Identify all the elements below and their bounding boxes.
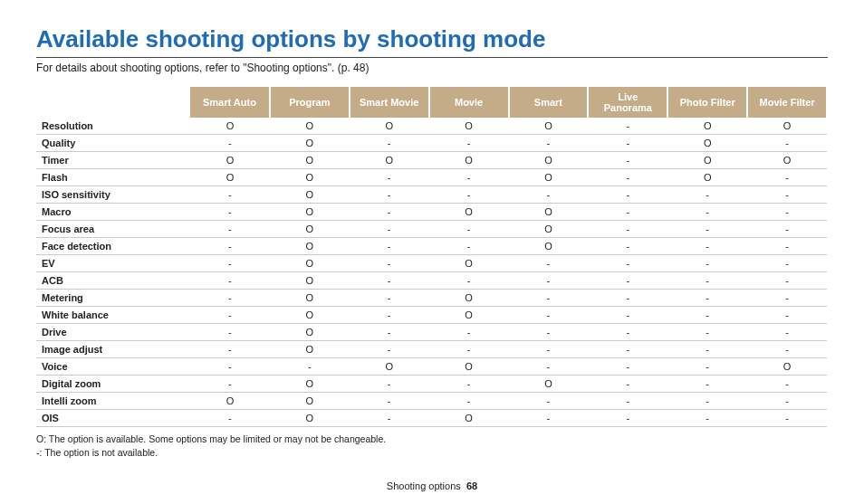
cell: - xyxy=(429,238,509,255)
cell: - xyxy=(190,221,270,238)
cell: - xyxy=(350,376,429,393)
row-label: Image adjust xyxy=(36,341,190,358)
cell: O xyxy=(190,169,270,186)
cell: O xyxy=(350,358,429,376)
cell: - xyxy=(747,290,827,307)
cell: O xyxy=(350,152,429,169)
row-label: ISO sensitivity xyxy=(36,186,190,204)
cell: - xyxy=(588,135,667,152)
cell: - xyxy=(588,221,667,238)
cell: O xyxy=(429,290,509,307)
cell: O xyxy=(270,152,350,169)
cell: - xyxy=(747,238,827,255)
cell: O xyxy=(509,152,589,169)
cell: - xyxy=(667,272,747,290)
cell: O xyxy=(747,118,827,135)
cell: - xyxy=(667,290,747,307)
options-table: Smart Auto Program Smart Movie Movie Sma… xyxy=(36,87,828,427)
cell: - xyxy=(667,307,747,324)
cell: - xyxy=(588,152,667,169)
cell: - xyxy=(509,324,589,341)
cell: - xyxy=(190,135,270,152)
cell: - xyxy=(350,186,429,204)
cell: O xyxy=(270,169,350,186)
cell: - xyxy=(350,238,429,255)
cell: - xyxy=(350,221,429,238)
cell: - xyxy=(190,410,270,427)
row-label: White balance xyxy=(36,307,190,324)
table-row: Drive-O------ xyxy=(36,324,827,341)
cell: O xyxy=(509,118,589,135)
cell: - xyxy=(747,255,827,272)
cell: - xyxy=(190,290,270,307)
header-col: Movie xyxy=(429,87,509,118)
cell: - xyxy=(190,238,270,255)
cell: O xyxy=(270,186,350,204)
table-row: Digital zoom-O--O--- xyxy=(36,376,827,393)
cell: - xyxy=(429,341,509,358)
cell: - xyxy=(190,272,270,290)
cell: O xyxy=(270,290,350,307)
cell: - xyxy=(429,169,509,186)
cell: - xyxy=(509,358,589,376)
table-row: ACB-O------ xyxy=(36,272,827,290)
cell: O xyxy=(429,255,509,272)
cell: O xyxy=(429,152,509,169)
row-label: ACB xyxy=(36,272,190,290)
cell: - xyxy=(350,290,429,307)
cell: - xyxy=(350,255,429,272)
legend: O: The option is available. Some options… xyxy=(36,433,828,460)
cell: O xyxy=(270,221,350,238)
cell: - xyxy=(588,358,667,376)
header-col: Movie Filter xyxy=(747,87,827,118)
cell: - xyxy=(667,324,747,341)
header-col: Smart Movie xyxy=(350,87,429,118)
cell: - xyxy=(667,410,747,427)
row-label: Quality xyxy=(36,135,190,152)
cell: - xyxy=(350,169,429,186)
subtitle: For details about shooting options, refe… xyxy=(36,62,828,74)
cell: O xyxy=(270,376,350,393)
row-label: Timer xyxy=(36,152,190,169)
cell: O xyxy=(667,152,747,169)
header-col: Photo Filter xyxy=(667,87,747,118)
cell: - xyxy=(667,358,747,376)
row-label: OIS xyxy=(36,410,190,427)
table-row: Quality-O----O- xyxy=(36,135,827,152)
cell: - xyxy=(350,135,429,152)
table-row: Metering-O-O---- xyxy=(36,290,827,307)
cell: - xyxy=(190,307,270,324)
header-blank xyxy=(36,87,190,118)
cell: - xyxy=(190,324,270,341)
header-col: Program xyxy=(270,87,350,118)
cell: O xyxy=(429,307,509,324)
cell: O xyxy=(509,221,589,238)
cell: - xyxy=(190,358,270,376)
cell: - xyxy=(429,324,509,341)
table-row: White balance-O-O---- xyxy=(36,307,827,324)
cell: - xyxy=(588,118,667,135)
cell: O xyxy=(667,135,747,152)
cell: - xyxy=(190,376,270,393)
footer-page-number: 68 xyxy=(466,480,477,491)
cell: - xyxy=(429,393,509,410)
cell: O xyxy=(190,393,270,410)
row-label: Flash xyxy=(36,169,190,186)
table-row: OIS-O-O---- xyxy=(36,410,827,427)
cell: - xyxy=(509,341,589,358)
cell: - xyxy=(350,324,429,341)
row-label: Digital zoom xyxy=(36,376,190,393)
cell: - xyxy=(588,341,667,358)
header-col: Smart Auto xyxy=(190,87,270,118)
cell: - xyxy=(190,255,270,272)
legend-unavailable: -: The option is not available. xyxy=(36,446,828,460)
cell: - xyxy=(747,186,827,204)
cell: O xyxy=(509,204,589,221)
cell: - xyxy=(509,393,589,410)
cell: O xyxy=(429,204,509,221)
cell: - xyxy=(667,341,747,358)
table-row: Macro-O-OO--- xyxy=(36,204,827,221)
table-header-row: Smart Auto Program Smart Movie Movie Sma… xyxy=(36,87,827,118)
cell: - xyxy=(509,410,589,427)
cell: - xyxy=(747,307,827,324)
